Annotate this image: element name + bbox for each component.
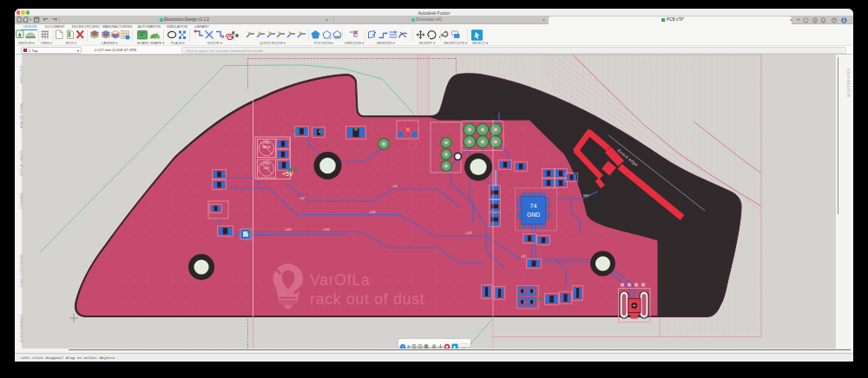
svg-text:+12V: +12V xyxy=(285,228,292,231)
svg-text:GND: GND xyxy=(527,212,540,218)
svg-text:VarOfLa: VarOfLa xyxy=(310,271,370,289)
svg-text:H3O: H3O xyxy=(583,194,589,198)
svg-text:74: 74 xyxy=(530,203,537,209)
svg-text:+5V: +5V xyxy=(282,171,293,177)
svg-text:+12V: +12V xyxy=(372,143,379,147)
svg-text:+5V: +5V xyxy=(299,197,306,200)
svg-text:NE11: NE11 xyxy=(262,145,271,149)
svg-text:+12V: +12V xyxy=(323,228,330,231)
svg-text:+5V: +5V xyxy=(263,166,270,170)
svg-text:?: ? xyxy=(833,18,836,23)
svg-text:+12V: +12V xyxy=(369,211,376,214)
svg-text:+12V: +12V xyxy=(465,231,472,235)
svg-text:+5V: +5V xyxy=(392,185,398,188)
svg-text:rack out of dust: rack out of dust xyxy=(310,290,424,308)
svg-text:+5V: +5V xyxy=(521,255,527,258)
